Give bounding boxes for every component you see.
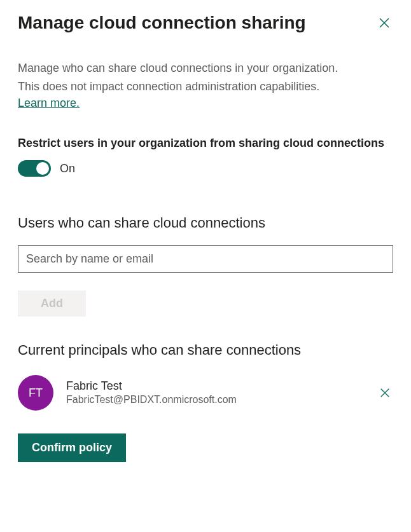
restrict-toggle[interactable] [18, 160, 51, 177]
avatar: FT [18, 375, 53, 411]
add-button[interactable]: Add [18, 290, 86, 317]
dialog-header: Manage cloud connection sharing [18, 13, 393, 33]
learn-more-link[interactable]: Learn more. [18, 97, 80, 110]
close-button[interactable] [375, 14, 393, 32]
description-line-2: This does not impact connection administ… [18, 78, 393, 95]
principal-row: FT Fabric Test FabricTest@PBIDXT.onmicro… [18, 375, 393, 411]
close-icon [379, 387, 391, 399]
principal-info: Fabric Test FabricTest@PBIDXT.onmicrosof… [66, 379, 364, 407]
remove-principal-button[interactable] [377, 385, 393, 401]
toggle-knob [36, 162, 49, 175]
principals-section-heading: Current principals who can share connect… [18, 342, 393, 358]
dialog-title: Manage cloud connection sharing [18, 13, 306, 33]
toggle-state-label: On [60, 162, 75, 175]
description-line-1: Manage who can share cloud connections i… [18, 60, 393, 77]
search-input[interactable] [18, 245, 393, 273]
confirm-policy-button[interactable]: Confirm policy [18, 433, 126, 462]
users-section-heading: Users who can share cloud connections [18, 215, 393, 231]
close-icon [378, 17, 391, 29]
restrict-label: Restrict users in your organization from… [18, 135, 393, 151]
restrict-toggle-row: On [18, 160, 393, 177]
principal-name: Fabric Test [66, 379, 364, 393]
principal-email: FabricTest@PBIDXT.onmicrosoft.com [66, 393, 364, 407]
